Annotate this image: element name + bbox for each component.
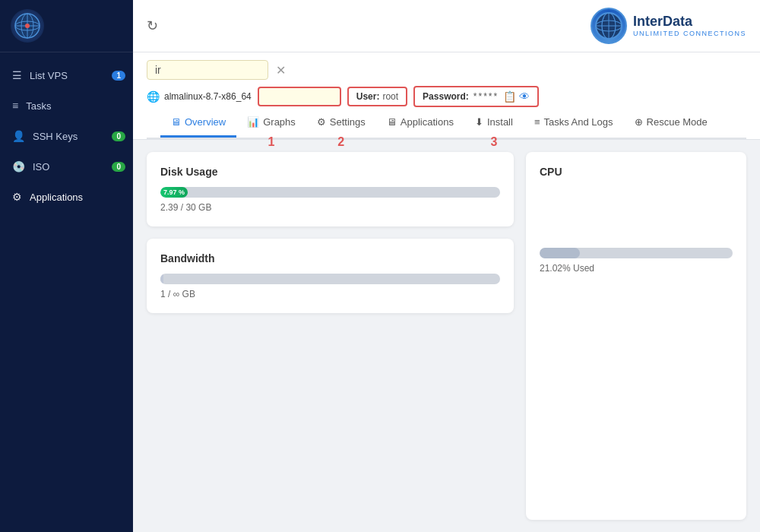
brand-name: InterData: [633, 14, 746, 30]
sidebar-item-label: SSH Keys: [33, 131, 78, 142]
refresh-button[interactable]: ↻: [147, 17, 158, 34]
tab-settings[interactable]: ⚙ Settings 2: [306, 109, 376, 138]
disk-progress-fill: 7.97 %: [160, 187, 188, 198]
cpu-progress-fill: [540, 248, 580, 258]
logo-icon: [11, 9, 44, 43]
settings-icon: ⚙: [317, 116, 326, 128]
left-panel: Disk Usage 7.97 % 2.39 / 30 GB Bandwidth…: [147, 152, 514, 520]
password-label: Password:: [423, 91, 469, 102]
tasks-icon: ≡: [12, 100, 18, 112]
main-content: ↻ InterData UNLIMITED CONNECTIONS ✕: [133, 0, 760, 532]
iso-icon: 💿: [12, 160, 25, 173]
brand-logo: InterData UNLIMITED CONNECTIONS: [591, 8, 746, 44]
disk-progress-bg: 7.97 %: [160, 187, 500, 198]
cpu-title: CPU: [540, 166, 733, 178]
vps-close-button[interactable]: ✕: [276, 63, 286, 78]
tab-label: Rescue Mode: [647, 116, 708, 128]
ssh-keys-badge: 0: [112, 131, 125, 141]
tab-label: Graphs: [263, 116, 296, 128]
sidebar-item-tasks[interactable]: ≡ Tasks: [0, 90, 133, 121]
show-password-button[interactable]: 👁: [519, 90, 530, 103]
sidebar-item-applications[interactable]: ⚙ Applications: [0, 182, 133, 212]
tab-applications[interactable]: 🖥 Applications: [376, 109, 464, 138]
disk-usage-card: Disk Usage 7.97 % 2.39 / 30 GB: [147, 152, 514, 226]
disk-info: 2.39 / 30 GB: [160, 202, 500, 213]
os-badge: 🌐 almalinux-8.7-x86_64: [147, 90, 252, 103]
graphs-icon: 📊: [247, 116, 259, 128]
vps-info-row: 🌐 almalinux-8.7-x86_64 User: root Passwo…: [147, 86, 746, 107]
applications-icon: ⚙: [12, 191, 22, 203]
list-vps-icon: ☰: [12, 69, 22, 81]
vps-name-input[interactable]: [147, 60, 268, 80]
bandwidth-info: 1 / ∞ GB: [160, 289, 500, 299]
tab-graphs[interactable]: 📊 Graphs 1: [236, 109, 306, 138]
user-label: User:: [356, 91, 380, 102]
brand-globe-icon: [591, 8, 627, 44]
cpu-progress-bg: [540, 248, 733, 258]
user-value: root: [382, 91, 398, 102]
rescue-icon: ⊕: [635, 116, 643, 128]
sidebar-item-label: Applications: [30, 192, 83, 203]
password-icons: 📋 👁: [503, 90, 530, 103]
bandwidth-title: Bandwidth: [160, 252, 500, 264]
cpu-card: CPU 21.02% Used: [526, 152, 746, 520]
os-icon: 🌐: [147, 90, 160, 103]
password-box: Password: ***** 📋 👁: [413, 86, 539, 107]
password-value: *****: [473, 91, 499, 102]
sidebar-item-label: List VPS: [30, 70, 68, 81]
sidebar: ☰ List VPS 1 ≡ Tasks 👤 SSH Keys 0 💿 ISO …: [0, 0, 133, 532]
tab-number-graphs: 1: [268, 135, 275, 149]
sidebar-item-label: ISO: [33, 161, 49, 173]
os-name: almalinux-8.7-x86_64: [164, 91, 252, 102]
ip-input[interactable]: [258, 87, 341, 106]
svg-point-5: [25, 24, 30, 28]
disk-percent-label: 7.97 %: [163, 188, 185, 196]
tab-label: Overview: [185, 116, 226, 128]
tab-overview[interactable]: 🖥 Overview: [160, 109, 236, 138]
user-box: User: root: [347, 87, 407, 106]
tab-number-install: 3: [490, 135, 497, 149]
sidebar-item-list-vps[interactable]: ☰ List VPS 1: [0, 60, 133, 90]
tab-install[interactable]: ⬇ Install 3: [464, 109, 524, 138]
copy-password-button[interactable]: 📋: [503, 90, 516, 103]
sidebar-item-iso[interactable]: 💿 ISO 0: [0, 151, 133, 182]
sidebar-navigation: ☰ List VPS 1 ≡ Tasks 👤 SSH Keys 0 💿 ISO …: [0, 52, 133, 212]
tab-tasks-logs[interactable]: ≡ Tasks And Logs: [524, 109, 624, 138]
bandwidth-progress-bg: [160, 274, 500, 284]
ssh-keys-icon: 👤: [12, 130, 25, 142]
tab-label: Tasks And Logs: [543, 116, 613, 128]
overview-icon: 🖥: [171, 116, 181, 128]
list-vps-badge: 1: [112, 71, 125, 81]
bandwidth-progress-fill: [160, 274, 163, 284]
content-area: Disk Usage 7.97 % 2.39 / 30 GB Bandwidth…: [133, 140, 760, 532]
sidebar-item-label: Tasks: [26, 100, 51, 112]
tab-label: Applications: [401, 116, 454, 128]
install-icon: ⬇: [475, 116, 483, 128]
tab-number-settings: 2: [337, 135, 344, 149]
tab-rescue-mode[interactable]: ⊕ Rescue Mode: [624, 109, 718, 138]
tab-label: Settings: [330, 116, 366, 128]
vps-title-row: ✕: [147, 60, 746, 80]
bandwidth-card: Bandwidth 1 / ∞ GB: [147, 239, 514, 313]
sidebar-logo: [0, 0, 133, 52]
iso-badge: 0: [112, 162, 125, 172]
tab-label: Install: [487, 116, 513, 128]
sidebar-item-ssh-keys[interactable]: 👤 SSH Keys 0: [0, 121, 133, 151]
disk-title: Disk Usage: [160, 166, 500, 178]
applications-tab-icon: 🖥: [387, 116, 397, 128]
cpu-used-label: 21.02% Used: [540, 263, 733, 274]
vps-header: ✕ 🌐 almalinux-8.7-x86_64 User: root Pass…: [133, 52, 760, 140]
tasks-logs-icon: ≡: [534, 116, 540, 128]
brand-subtitle: UNLIMITED CONNECTIONS: [633, 30, 746, 37]
tabs-bar: 🖥 Overview 📊 Graphs 1 ⚙ Settings 2 🖥 App…: [147, 109, 746, 139]
brand-text: InterData UNLIMITED CONNECTIONS: [633, 14, 746, 37]
right-panel: CPU 21.02% Used: [526, 152, 746, 520]
topbar: ↻ InterData UNLIMITED CONNECTIONS: [133, 0, 760, 52]
